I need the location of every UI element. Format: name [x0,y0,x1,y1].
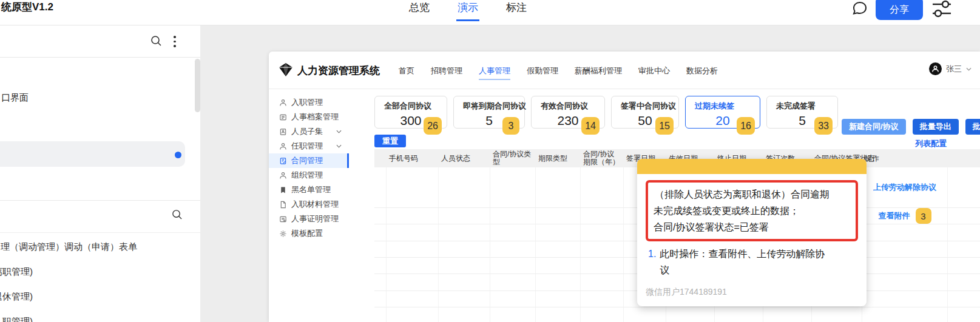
nav-hr[interactable]: 人事管理 [479,65,510,80]
reset-button[interactable]: 重置 [374,135,406,147]
sidebar-item-position[interactable]: 任职管理 [269,139,349,153]
pages-panel-header [0,25,200,58]
user-avatar-icon [929,62,942,75]
sidebar-item-contract[interactable]: 合同管理 [269,153,349,168]
scrollbar-thumb[interactable] [195,59,200,112]
comment-step: 1. 此时操作：查看附件、上传劳动解除协 议 [646,246,858,278]
contract-icon [279,157,287,165]
prototype-topbar: 统原型V1.2 总览 演示 标注 分享 [0,0,980,25]
stat-card-unsigned[interactable]: 未完成签署 5 33 [766,96,838,129]
contract-management-content: 全部合同协议 300 26 即将到期合同协议 5 3 有效合同协议 230 14… [349,89,980,322]
column-header-term-type[interactable]: 期限类型 [536,149,581,167]
search-icon[interactable] [150,35,162,47]
stat-cards-row: 全部合同协议 300 26 即将到期合同协议 5 3 有效合同协议 230 14… [374,96,838,129]
column-header-phone[interactable]: 手机号码 [387,149,439,167]
share-button[interactable]: 分享 [876,0,923,20]
highlighted-note: （排除人员状态为离职和退休）合同逾期 未完成续签或变更或终止的数据； 合同/协议… [646,180,858,241]
settings-sliders-icon[interactable] [931,0,953,19]
comment-popup-body: （排除人员状态为离职和退休）合同逾期 未完成续签或变更或终止的数据； 合同/协议… [637,174,867,306]
comment-popup[interactable]: （排除人员状态为离职和退休）合同逾期 未完成续签或变更或终止的数据； 合同/协议… [637,159,867,306]
column-header-contract-type[interactable]: 合同/协议类型 [490,149,536,167]
sidebar-item-onboarding-materials[interactable]: 入职材料管理 [269,197,349,212]
comment-count-badge[interactable]: 14 [581,117,600,135]
stat-card-overdue-unrenewed[interactable]: 过期未续签 20 16 [685,96,760,129]
hr-system-frame: 人力资源管理系统 首页 招聘管理 人事管理 假勤管理 薪酬福利管理 审批中心 数… [269,52,980,322]
column-header-term-years[interactable]: 合同/协议期限（年） [581,149,624,167]
new-contract-button[interactable]: 新建合同/协议 [842,119,906,135]
page-list-item[interactable]: 离职管理) [0,260,200,284]
batch-export-button[interactable]: 批量导出 [913,119,959,135]
nav-attendance[interactable]: 假勤管理 [527,65,558,80]
attachment-comment-badge[interactable]: 3 [916,208,931,224]
prototype-title: 统原型V1.2 [1,0,53,14]
view-attachment-link[interactable]: 查看附件 [879,210,910,221]
checkbox-column-header [374,149,387,167]
column-header-actions[interactable]: 操作 [862,149,948,167]
person-icon [279,143,287,150]
list-config-link[interactable]: 列表配置 [915,138,947,149]
hr-app-title: 人力资源管理系统 [297,64,380,78]
comment-count-badge[interactable]: 33 [814,117,833,135]
comment-count-badge[interactable]: 26 [424,117,442,135]
divider [0,200,200,201]
selected-page-row[interactable] [0,141,185,167]
comment-author: 微信用户1744189191 [646,287,858,298]
comment-count-badge[interactable]: 3 [502,117,519,135]
hr-sidebar-menu: 入职管理 人事档案管理 人员子集 任职管理 合同管理 [269,89,349,322]
comment-bubble-icon[interactable] [851,0,868,17]
page-list-item[interactable]: 职管理) [0,309,200,322]
gem-logo-icon [278,62,294,77]
sidebar-item-hr-certificate[interactable]: 人事证明管理 [269,212,349,226]
id-card-icon [279,128,287,136]
upload-termination-agreement-link[interactable]: 上传劳动解除协议 [873,182,936,193]
hr-main-nav: 首页 招聘管理 人事管理 假勤管理 薪酬福利管理 审批中心 数据分析 [399,65,718,80]
pages-panel: 口界面 理（调动管理）调动（申请）表单 离职管理) 退休管理) 职管理) [0,25,200,322]
sidebar-item-personnel-subset[interactable]: 人员子集 [269,124,349,139]
sidebar-item-organization[interactable]: 组织管理 [269,168,349,183]
tab-overview[interactable]: 总览 [408,0,431,21]
comment-count-badge[interactable]: 16 [737,117,755,135]
page-list-item[interactable]: 退休管理) [0,284,200,309]
user-menu[interactable]: 张三 [929,62,972,75]
nav-recruiting[interactable]: 招聘管理 [431,65,462,80]
comment-popup-header[interactable] [637,159,867,174]
file-icon [279,201,287,209]
search-icon-small[interactable] [172,209,183,220]
column-header-personnel-status[interactable]: 人员状态 [439,149,490,167]
nav-home[interactable]: 首页 [399,65,414,80]
stat-card-all-contracts[interactable]: 全部合同协议 300 26 [374,96,447,129]
stat-card-valid[interactable]: 有效合同协议 230 14 [531,96,605,129]
page-list-item[interactable]: 理（调动管理）调动（申请）表单 [0,235,200,260]
tab-preview[interactable]: 演示 [456,0,479,21]
gear-icon [279,230,287,238]
nav-analytics[interactable]: 数据分析 [686,65,718,80]
nav-payroll[interactable]: 薪酬福利管理 [575,65,622,80]
bookmark-icon [279,186,287,194]
blue-dot-indicator [175,152,181,158]
chevron-down-icon [336,144,342,148]
page-tree-label[interactable]: 口界面 [1,92,29,104]
sidebar-item-blacklist[interactable]: 黑名单管理 [269,183,349,197]
user-name: 张三 [946,64,962,75]
stat-card-expiring[interactable]: 即将到期合同协议 5 3 [453,96,525,129]
sidebar-item-onboarding[interactable]: 入职管理 [269,95,349,110]
table-row [374,307,980,322]
nav-approval[interactable]: 审批中心 [638,65,670,80]
sidebar-item-personnel-files[interactable]: 人事档案管理 [269,110,349,124]
column-header-extra [948,149,980,167]
divider [0,232,200,233]
batch-import-button[interactable]: 批量导入 [965,119,980,135]
kebab-menu-icon[interactable] [174,36,176,47]
chevron-down-icon [966,67,972,71]
toolbar-actions: 新建合同/协议 批量导出 批量导入 [842,119,980,135]
sidebar-item-template-config[interactable]: 模板配置 [269,226,349,241]
tab-annotate[interactable]: 标注 [505,0,528,21]
comment-count-badge[interactable]: 15 [655,117,674,135]
stat-card-signing[interactable]: 签署中合同协议 50 15 [611,96,679,129]
mode-tabs: 总览 演示 标注 [408,0,528,21]
person-icon [279,172,287,179]
person-icon [279,99,287,107]
page-list: 理（调动管理）调动（申请）表单 离职管理) 退休管理) 职管理) [0,235,200,322]
certificate-icon [279,215,287,223]
archive-icon [279,113,287,121]
